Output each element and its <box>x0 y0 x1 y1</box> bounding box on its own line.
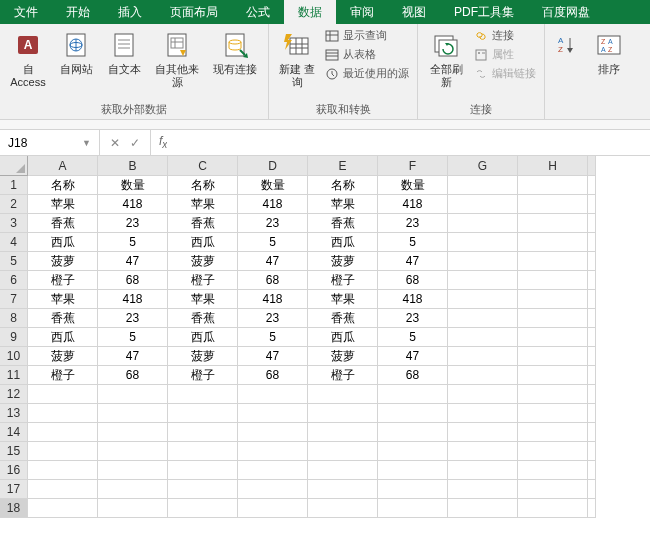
tab-审阅[interactable]: 审阅 <box>336 0 388 24</box>
row-header-16[interactable]: 16 <box>0 461 28 480</box>
cell[interactable] <box>378 499 448 518</box>
ext-data-btn-2[interactable]: 自文本 <box>102 27 146 78</box>
cell[interactable] <box>518 385 588 404</box>
cell[interactable]: 名称 <box>28 176 98 195</box>
cell[interactable] <box>98 404 168 423</box>
cell[interactable]: 418 <box>238 290 308 309</box>
cell[interactable] <box>98 461 168 480</box>
sort-button[interactable]: ZAAZ 排序 <box>587 27 631 78</box>
cell[interactable] <box>98 480 168 499</box>
cell[interactable]: 418 <box>98 195 168 214</box>
cell[interactable]: 橙子 <box>168 366 238 385</box>
cell[interactable]: 数量 <box>98 176 168 195</box>
row-header-13[interactable]: 13 <box>0 404 28 423</box>
cell[interactable] <box>448 328 518 347</box>
cell[interactable] <box>308 480 378 499</box>
cell[interactable] <box>448 309 518 328</box>
row-header-9[interactable]: 9 <box>0 328 28 347</box>
cell[interactable]: 菠萝 <box>308 347 378 366</box>
cell[interactable] <box>238 499 308 518</box>
row-header-2[interactable]: 2 <box>0 195 28 214</box>
cell[interactable]: 47 <box>98 347 168 366</box>
cell[interactable] <box>518 347 588 366</box>
cell[interactable] <box>98 423 168 442</box>
tab-文件[interactable]: 文件 <box>0 0 52 24</box>
cell[interactable] <box>28 404 98 423</box>
cell[interactable]: 名称 <box>308 176 378 195</box>
cell[interactable] <box>588 328 596 347</box>
accept-formula-icon[interactable]: ✓ <box>130 136 140 150</box>
row-header-10[interactable]: 10 <box>0 347 28 366</box>
cell[interactable] <box>518 233 588 252</box>
cell[interactable] <box>588 233 596 252</box>
col-header-E[interactable]: E <box>308 156 378 176</box>
cell[interactable]: 68 <box>98 271 168 290</box>
cell[interactable]: 418 <box>98 290 168 309</box>
cell[interactable] <box>588 309 596 328</box>
cell[interactable] <box>378 404 448 423</box>
cell[interactable]: 5 <box>98 328 168 347</box>
cell[interactable] <box>378 385 448 404</box>
cell[interactable]: 苹果 <box>168 195 238 214</box>
cell[interactable]: 68 <box>378 271 448 290</box>
cell[interactable] <box>98 499 168 518</box>
cell[interactable] <box>168 461 238 480</box>
cell[interactable] <box>168 499 238 518</box>
row-header-3[interactable]: 3 <box>0 214 28 233</box>
cell[interactable] <box>448 233 518 252</box>
cell[interactable] <box>308 385 378 404</box>
cell[interactable]: 香蕉 <box>28 214 98 233</box>
row-header-18[interactable]: 18 <box>0 499 28 518</box>
cell[interactable]: 香蕉 <box>168 309 238 328</box>
cell[interactable]: 苹果 <box>308 195 378 214</box>
cell[interactable]: 苹果 <box>308 290 378 309</box>
cell[interactable] <box>518 176 588 195</box>
row-header-7[interactable]: 7 <box>0 290 28 309</box>
cell[interactable] <box>448 271 518 290</box>
cell[interactable] <box>588 214 596 233</box>
cell[interactable] <box>28 442 98 461</box>
select-all-corner[interactable] <box>0 156 28 176</box>
cell[interactable] <box>308 499 378 518</box>
sort-asc-button[interactable]: AZ <box>551 27 583 63</box>
cell[interactable] <box>588 366 596 385</box>
tab-插入[interactable]: 插入 <box>104 0 156 24</box>
row-header-4[interactable]: 4 <box>0 233 28 252</box>
g3-small-0[interactable]: 连接 <box>472 27 538 44</box>
cell[interactable]: 橙子 <box>308 271 378 290</box>
cell[interactable] <box>588 442 596 461</box>
cell[interactable] <box>518 366 588 385</box>
cell[interactable]: 菠萝 <box>28 252 98 271</box>
cell[interactable]: 西瓜 <box>308 328 378 347</box>
row-header-1[interactable]: 1 <box>0 176 28 195</box>
cell[interactable] <box>98 442 168 461</box>
cell[interactable] <box>308 404 378 423</box>
cell[interactable] <box>28 499 98 518</box>
cell[interactable]: 5 <box>378 328 448 347</box>
cell[interactable] <box>518 404 588 423</box>
cell[interactable] <box>588 252 596 271</box>
grid-body[interactable]: 1名称数量名称数量名称数量2苹果418苹果418苹果4183香蕉23香蕉23香蕉… <box>0 176 650 518</box>
cell[interactable] <box>28 385 98 404</box>
cell[interactable]: 418 <box>378 290 448 309</box>
cell[interactable]: 苹果 <box>28 290 98 309</box>
name-box[interactable]: J18 ▼ <box>0 130 100 155</box>
formula-input[interactable] <box>167 136 650 150</box>
cell[interactable] <box>448 176 518 195</box>
chevron-down-icon[interactable]: ▼ <box>82 138 91 148</box>
cell[interactable] <box>98 385 168 404</box>
row-header-12[interactable]: 12 <box>0 385 28 404</box>
cell[interactable]: 数量 <box>238 176 308 195</box>
cell[interactable]: 47 <box>238 252 308 271</box>
cell[interactable]: 香蕉 <box>28 309 98 328</box>
cell[interactable]: 西瓜 <box>168 233 238 252</box>
cell[interactable]: 68 <box>238 271 308 290</box>
cell[interactable] <box>518 499 588 518</box>
cell[interactable]: 23 <box>238 309 308 328</box>
cancel-formula-icon[interactable]: ✕ <box>110 136 120 150</box>
cell[interactable] <box>168 442 238 461</box>
ext-data-btn-4[interactable]: 现有连接 <box>208 27 262 78</box>
cell[interactable] <box>518 309 588 328</box>
new-query-button[interactable]: 新建 查询 <box>275 27 319 91</box>
ext-data-btn-0[interactable]: A自 Access <box>6 27 50 91</box>
